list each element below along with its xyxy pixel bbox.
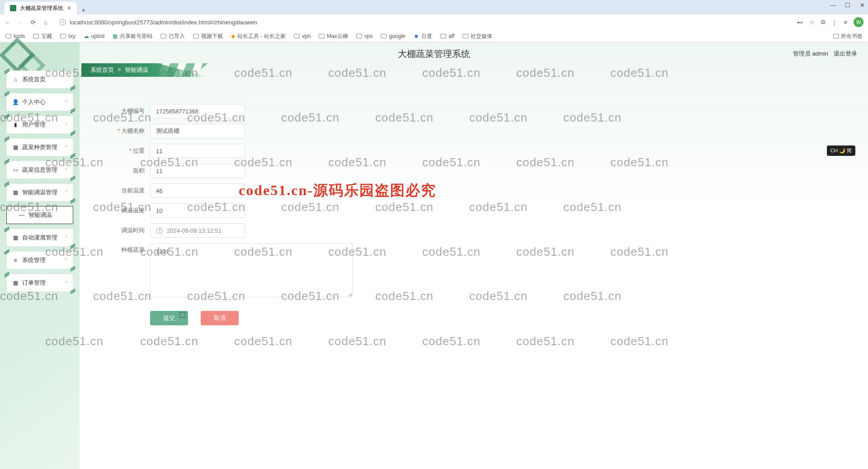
- clock-icon: 🕐: [156, 227, 163, 234]
- bookmark-item[interactable]: vpn: [294, 33, 311, 39]
- sidebar-item-veg-info[interactable]: ▭ 蔬菜信息管理 ˅: [6, 161, 73, 179]
- current-temp-input[interactable]: [150, 183, 245, 198]
- maximize-button[interactable]: ☐: [844, 2, 851, 9]
- chevron-down-icon: ˅: [65, 168, 67, 173]
- sidebar-item-label: 用户管理: [22, 121, 46, 129]
- address-bar: ← → ⟳ ⌂ i localhost:8080/springboot25773…: [0, 14, 868, 30]
- sidebar-subitem-smart-temp[interactable]: — 智能调温: [6, 206, 73, 224]
- bookmark-item[interactable]: txy: [60, 33, 75, 39]
- profile-badge[interactable]: W: [854, 17, 863, 27]
- submit-button[interactable]: 提交: [150, 311, 188, 325]
- breadcrumb-current: 智能调温: [125, 66, 148, 74]
- chevron-down-icon: ˅: [65, 122, 67, 127]
- field-label: 大棚名称: [121, 127, 145, 134]
- sidebar-item-system[interactable]: ≡ 系统管理 ˅: [6, 251, 73, 269]
- sidebar-item-irrigation[interactable]: ▦ 自动灌溉管理 ˅: [6, 229, 73, 247]
- sidebar-item-veg-types[interactable]: ▦ 蔬菜种类管理 ˅: [6, 138, 73, 156]
- url-box[interactable]: i localhost:8080/springboot25773/admin/d…: [55, 17, 791, 28]
- bookmark-item[interactable]: ▦共享账号密码: [113, 33, 152, 40]
- sidebar-item-label: 智能调温管理: [22, 188, 57, 197]
- bookmark-item[interactable]: ◆站长工具 - 站长之家: [231, 33, 286, 40]
- bookmark-item[interactable]: ☻百度: [414, 33, 433, 40]
- toolbar-icon-3[interactable]: ⋮: [831, 19, 837, 26]
- home-button[interactable]: ⌂: [42, 19, 49, 26]
- site-info-icon[interactable]: i: [60, 19, 66, 25]
- bookmark-item[interactable]: 视频下载: [193, 33, 223, 40]
- toolbar-icon-1[interactable]: ☆: [809, 19, 815, 26]
- field-label: 调温时间: [121, 227, 145, 234]
- app-header: 大棚蔬菜管理系统 管理员 admin 退出登录: [0, 42, 868, 65]
- bookmark-bar: tools 宝藏 txy ☁uplod ▦共享账号密码 已导入 视频下载 ◆站长…: [0, 30, 868, 42]
- list-icon: ≡: [12, 257, 19, 263]
- sidebar-item-home[interactable]: ⌂ 系统首页: [6, 70, 73, 89]
- app-container: 大棚蔬菜管理系统 管理员 admin 退出登录 系统首页 > 智能调温 ⌂ 系统…: [0, 42, 868, 469]
- toolbar-icon-4[interactable]: ≡: [844, 19, 847, 26]
- toolbar-icon-0[interactable]: ⊷: [797, 19, 803, 26]
- sidebar-item-label: 蔬菜种类管理: [22, 143, 57, 151]
- close-window-button[interactable]: ✕: [859, 2, 865, 9]
- field-label: 位置: [133, 147, 145, 154]
- home-icon: ⌂: [12, 76, 19, 83]
- dash-icon: —: [19, 212, 25, 218]
- chevron-down-icon: ˅: [65, 235, 67, 240]
- folder-icon: [160, 34, 166, 38]
- app-title: 大棚蔬菜管理系统: [398, 48, 470, 60]
- sidebar: ⌂ 系统首页 👤 个人中心 ˅ ▮ 用户管理 ˅ ▦ 蔬菜种类管理 ˅ ▭ 蔬菜…: [6, 70, 73, 296]
- time-value: 2024-09-09 13:12:51: [167, 227, 222, 234]
- field-label: 种植蔬菜: [121, 246, 145, 253]
- minimize-button[interactable]: —: [830, 2, 836, 9]
- shed-name-input[interactable]: [150, 124, 245, 138]
- toolbar-right: ⊷ ☆ ⧉ ⋮ ≡ W: [797, 17, 863, 27]
- folder-icon: [319, 34, 325, 38]
- forward-button[interactable]: →: [17, 19, 24, 26]
- sidebar-item-label: 蔬菜信息管理: [22, 166, 57, 174]
- bookmark-item[interactable]: Max云梯: [319, 33, 348, 40]
- sidebar-item-users[interactable]: ▮ 用户管理 ˅: [6, 116, 73, 134]
- bookmark-item[interactable]: google: [381, 33, 405, 39]
- user-role-label: 管理员 admin: [793, 50, 828, 58]
- new-tab-button[interactable]: +: [77, 6, 90, 14]
- chevron-down-icon: ˅: [65, 258, 67, 263]
- sidebar-item-profile[interactable]: 👤 个人中心 ˅: [6, 93, 73, 111]
- baidu-icon: ☻: [414, 33, 420, 39]
- all-bookmarks[interactable]: 所有书签: [833, 33, 863, 40]
- ime-badge: CH 🌙 简: [827, 145, 855, 156]
- breadcrumb-sep: >: [118, 66, 121, 74]
- browser-tab[interactable]: 大棚蔬菜管理系统 ✕: [5, 2, 77, 14]
- reload-button[interactable]: ⟳: [30, 19, 36, 26]
- bookmark-item[interactable]: 社交媒体: [462, 33, 492, 40]
- sidebar-item-label: 订单管理: [22, 279, 46, 287]
- favicon-icon: [10, 5, 16, 11]
- user-icon: 👤: [12, 99, 19, 105]
- window-controls: — ☐ ✕: [830, 2, 865, 9]
- area-input[interactable]: [150, 164, 245, 178]
- folder-icon: [381, 34, 387, 38]
- sidebar-item-smart-temp[interactable]: ▦ 智能调温管理 ˄: [6, 183, 73, 202]
- field-label: 大棚编号: [121, 108, 145, 114]
- tab-close-icon[interactable]: ✕: [67, 5, 71, 11]
- toolbar-icon-2[interactable]: ⧉: [821, 19, 825, 26]
- tab-title: 大棚蔬菜管理系统: [20, 5, 63, 12]
- location-input[interactable]: [150, 144, 245, 158]
- back-button[interactable]: ←: [5, 19, 11, 26]
- cancel-button[interactable]: 取消: [201, 311, 239, 325]
- bookmark-item[interactable]: ☁uplod: [84, 33, 104, 39]
- browser-chrome: 大棚蔬菜管理系统 ✕ + — ☐ ✕ ← → ⟳ ⌂ i localhost:8…: [0, 0, 868, 42]
- bookmark-item[interactable]: 已导入: [160, 33, 185, 40]
- bookmark-item[interactable]: aff: [440, 33, 454, 39]
- form-row-current-temp: 当前温度: [95, 183, 841, 198]
- logout-button[interactable]: 退出登录: [834, 50, 857, 58]
- folder-icon: [440, 34, 446, 38]
- folder-icon: [462, 34, 468, 38]
- plants-textarea[interactable]: [150, 243, 353, 297]
- bookmark-item[interactable]: vps: [356, 33, 373, 39]
- breadcrumb-home[interactable]: 系统首页: [90, 66, 114, 74]
- chevron-down-icon: ˅: [65, 100, 67, 105]
- sidebar-item-orders[interactable]: ▦ 订单管理 ˅: [6, 274, 73, 292]
- sidebar-item-label: 自动灌溉管理: [22, 234, 57, 242]
- target-temp-input[interactable]: [150, 203, 245, 218]
- shed-no-input[interactable]: [150, 104, 245, 118]
- grid-icon: ▦: [12, 189, 19, 196]
- time-input[interactable]: 🕐 2024-09-09 13:12:51: [150, 223, 245, 238]
- form-row-target-temp: 调温温度: [95, 203, 841, 218]
